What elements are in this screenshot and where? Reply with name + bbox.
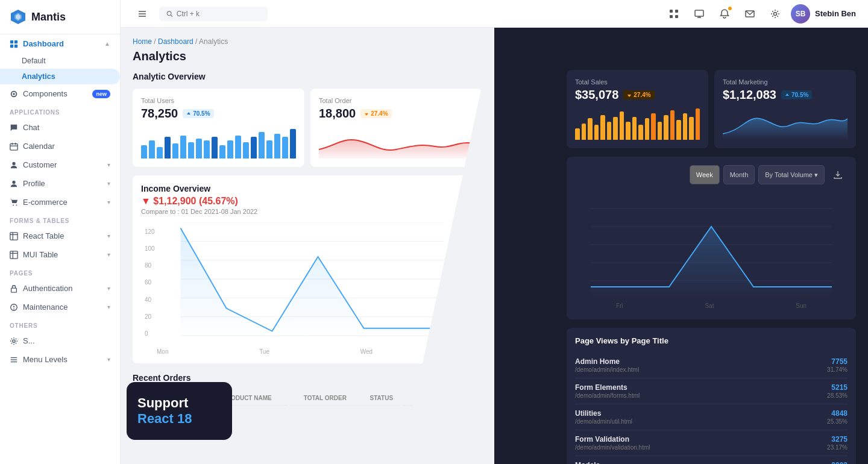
breadcrumb: Home / Dashboard / Analytics xyxy=(133,37,482,46)
calendar-icon xyxy=(10,142,18,151)
customer-chevron: ▾ xyxy=(107,161,110,168)
xaxis-fri: Fri xyxy=(616,303,623,309)
breadcrumb-home[interactable]: Home xyxy=(133,37,152,46)
svg-rect-17 xyxy=(10,232,17,239)
pv-name-2: Form Elements xyxy=(575,383,640,392)
dark-income-controls: Week Month By Total Volume ▾ xyxy=(575,165,848,184)
svg-rect-5 xyxy=(10,44,13,47)
dark-stat-cards: Total Sales $35,078 27.4% xyxy=(567,70,856,148)
svg-rect-37 xyxy=(675,10,678,13)
week-button[interactable]: Week xyxy=(690,165,720,184)
income-chart-container: 120 100 80 60 40 20 0 xyxy=(141,222,474,355)
volume-button[interactable]: By Total Volume ▾ xyxy=(758,165,825,184)
income-left: Income Overview ▼ $1,12,900 (45.67%) Com… xyxy=(141,184,257,215)
sidebar-item-react-table[interactable]: React Table ▾ xyxy=(0,227,120,245)
main-area: SB Stebin Ben Home / Dashboard / Analyti… xyxy=(121,0,868,464)
sidebar-item-calendar[interactable]: Calendar xyxy=(0,137,120,155)
menu-levels-label: Menu Levels xyxy=(23,355,68,364)
maintenance-icon xyxy=(10,303,18,312)
pv-pct-4: 23.17% xyxy=(827,444,848,451)
chart-xaxis: Mon Tue Wed Thu xyxy=(157,348,474,355)
pv-pct-2: 28.53% xyxy=(827,392,848,399)
sidebar-logo: Mantis xyxy=(0,0,120,34)
total-users-badge: 70.5% xyxy=(183,109,213,118)
sidebar-item-authentication[interactable]: Authentication ▾ xyxy=(0,279,120,298)
support-popup[interactable]: Support React 18 xyxy=(127,382,232,440)
page-view-item-2: Form Elements /demo/admin/forms.html 521… xyxy=(575,378,848,404)
apps-button[interactable] xyxy=(664,4,684,24)
total-order-card: Total Order 18,800 27.4% xyxy=(310,89,482,167)
svg-point-15 xyxy=(13,204,14,205)
authentication-label: Authentication xyxy=(23,284,72,293)
pv-left-5: Modals /demo/admin/modals.html xyxy=(575,461,644,464)
sidebar-item-dashboard[interactable]: Dashboard ▲ xyxy=(0,34,120,53)
pv-url-2: /demo/admin/forms.html xyxy=(575,392,640,399)
month-button[interactable]: Month xyxy=(723,165,755,184)
dark-chart-container: Fri Sat Sun xyxy=(575,190,848,311)
menu-icon xyxy=(10,356,18,364)
svg-rect-36 xyxy=(670,10,673,13)
page-views-card: Page Views by Page Title Admin Home /dem… xyxy=(567,328,856,464)
sidebar-sub-analytics[interactable]: Analytics xyxy=(0,69,120,84)
svg-point-27 xyxy=(13,339,15,342)
sidebar-toggle-button[interactable] xyxy=(133,4,152,24)
up-arrow-icon xyxy=(186,111,191,116)
recent-orders-title: Recent Orders xyxy=(133,373,482,383)
up-arrow-dark-icon xyxy=(785,93,790,98)
maintenance-label: Maintenance xyxy=(23,303,68,312)
sidebar-sub-default[interactable]: Default xyxy=(0,53,120,69)
topbar-right: SB Stebin Ben xyxy=(664,4,856,24)
user-profile[interactable]: SB Stebin Ben xyxy=(791,4,856,24)
total-sales-badge: 27.4% xyxy=(623,90,654,99)
page-view-item-4: Form Validation /demo/admin/validation.h… xyxy=(575,430,848,456)
sidebar-item-maintenance[interactable]: Maintenance ▾ xyxy=(0,298,120,316)
avatar: SB xyxy=(791,4,810,24)
sidebar-item-mui-table[interactable]: MUI Table ▾ xyxy=(0,245,120,264)
svg-point-44 xyxy=(774,12,777,15)
total-users-card: Total Users 78,250 70.5% xyxy=(133,89,304,167)
col-status: STATUS xyxy=(362,391,401,406)
download-button[interactable] xyxy=(828,165,848,184)
svg-rect-40 xyxy=(695,10,703,16)
total-marketing-chart xyxy=(723,107,848,140)
sidebar-item-menu-levels[interactable]: Menu Levels ▾ xyxy=(0,350,120,369)
topbar-search[interactable] xyxy=(159,7,268,21)
sidebar-item-ecommerce[interactable]: E-commerce ▾ xyxy=(0,193,120,212)
total-users-chart xyxy=(141,125,296,158)
pv-pct-1: 31.74% xyxy=(827,366,848,373)
sidebar-item-profile[interactable]: Profile ▾ xyxy=(0,174,120,193)
total-sales-value: $35,078 27.4% xyxy=(575,88,700,102)
down-arrow-icon xyxy=(364,111,369,116)
analytic-overview-title: Analytic Overview xyxy=(133,72,482,81)
settings-button[interactable] xyxy=(766,4,785,24)
pv-name-1: Admin Home xyxy=(575,357,639,366)
sidebar-item-customer[interactable]: Customer ▾ xyxy=(0,155,120,174)
pv-left-1: Admin Home /demo/admin/index.html xyxy=(575,357,639,373)
svg-point-8 xyxy=(13,93,15,95)
settings-label: S... xyxy=(23,336,35,345)
sidebar-item-chat[interactable]: Chat xyxy=(0,118,120,137)
search-icon xyxy=(166,10,173,17)
monitor-button[interactable] xyxy=(690,4,709,24)
sidebar-item-components[interactable]: Components new xyxy=(0,84,120,103)
svg-rect-3 xyxy=(10,40,13,43)
customer-icon xyxy=(10,161,18,169)
svg-point-26 xyxy=(13,308,14,309)
ecommerce-chevron: ▾ xyxy=(107,199,110,205)
sidebar-item-settings[interactable]: S... xyxy=(0,331,120,350)
volume-chevron: ▾ xyxy=(814,171,818,178)
total-sales-chart xyxy=(575,107,700,140)
dashboard-icon xyxy=(10,40,18,48)
pv-url-3: /demo/admin/util.html xyxy=(575,418,632,425)
chat-label: Chat xyxy=(23,123,39,132)
pv-count-1: 7755 xyxy=(827,357,848,366)
search-input[interactable] xyxy=(177,10,260,18)
bell-icon xyxy=(720,9,729,19)
svg-rect-6 xyxy=(14,44,17,47)
total-order-label: Total Order xyxy=(319,97,474,104)
breadcrumb-dashboard[interactable]: Dashboard xyxy=(158,37,193,46)
mail-button[interactable] xyxy=(740,4,760,24)
maintenance-chevron: ▾ xyxy=(107,304,110,310)
page-view-item-5: Modals /demo/admin/modals.html 3003 22.2… xyxy=(575,456,848,464)
notification-button[interactable] xyxy=(715,4,734,24)
